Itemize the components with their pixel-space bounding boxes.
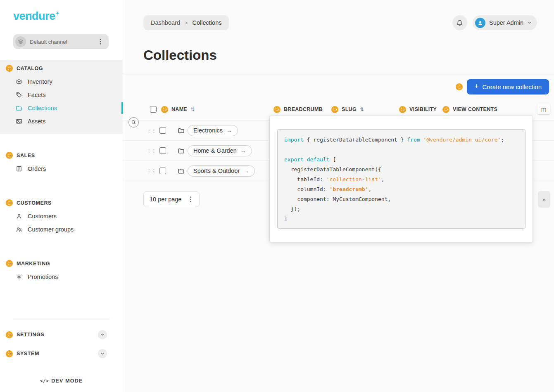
dev-mode-label: DEV MODE bbox=[51, 378, 83, 384]
section-label: CATALOG bbox=[17, 66, 43, 71]
sidebar-item-customer-groups[interactable]: Customer groups bbox=[0, 223, 123, 236]
table-header-breadcrumb: BREADCRUMB bbox=[273, 106, 331, 113]
dev-extension-badge-icon[interactable] bbox=[442, 106, 449, 113]
breadcrumb-collections[interactable]: Collections bbox=[193, 19, 222, 26]
topbar: Dashboard > Collections Super Admin bbox=[123, 0, 554, 30]
drag-handle-icon[interactable]: ⋮⋮ bbox=[146, 168, 156, 174]
nav-item-label: Orders bbox=[28, 165, 46, 172]
drag-handle-icon[interactable]: ⋮⋮ bbox=[146, 148, 156, 154]
row-checkbox[interactable] bbox=[159, 127, 166, 134]
notifications-button[interactable] bbox=[452, 15, 467, 30]
sidebar-item-customers[interactable]: Customers bbox=[0, 210, 123, 223]
sidebar-item-settings[interactable]: SETTINGS bbox=[0, 325, 123, 344]
channel-label: Default channel bbox=[30, 39, 92, 45]
nav-section-marketing: MARKETING Promotions bbox=[0, 255, 123, 289]
collection-name-pill[interactable]: Electronics → bbox=[188, 125, 238, 136]
folder-icon bbox=[178, 168, 185, 175]
table-header-view-contents: VIEW CONTENTS bbox=[442, 106, 530, 113]
collection-name-pill[interactable]: Home & Garden → bbox=[188, 145, 252, 156]
dev-extension-badge-icon[interactable] bbox=[6, 331, 13, 338]
breadcrumb-dashboard[interactable]: Dashboard bbox=[151, 19, 180, 26]
channel-selector[interactable]: Default channel ⋮ bbox=[13, 34, 109, 49]
sidebar-item-orders[interactable]: Orders bbox=[0, 162, 123, 175]
sidebar-divider bbox=[13, 319, 109, 319]
chevron-down-icon[interactable] bbox=[98, 330, 107, 339]
sidebar: vendure✦ Default channel ⋮ CATALOG Inven… bbox=[0, 0, 123, 392]
section-label: SALES bbox=[17, 153, 35, 158]
user-avatar-icon bbox=[475, 18, 485, 28]
dev-extension-badge-icon[interactable] bbox=[6, 152, 13, 159]
nav-item-label: Assets bbox=[28, 118, 46, 125]
orders-icon bbox=[16, 165, 22, 172]
sidebar-item-promotions[interactable]: Promotions bbox=[0, 270, 123, 283]
folder-icon bbox=[178, 147, 185, 154]
folder-icon bbox=[178, 127, 185, 134]
facets-icon bbox=[16, 92, 22, 98]
promotions-icon bbox=[16, 274, 22, 280]
dev-mode-code-popover: import { registerDataTableComponent } fr… bbox=[269, 116, 533, 242]
sidebar-item-system[interactable]: SYSTEM bbox=[0, 344, 123, 363]
sort-icon[interactable]: ⇅ bbox=[360, 106, 364, 112]
chevron-down-icon bbox=[527, 20, 532, 25]
create-button-label: Create new collection bbox=[483, 83, 542, 90]
table-header-visibility: VISIBILITY bbox=[399, 106, 442, 113]
dev-extension-badge-icon[interactable] bbox=[331, 106, 338, 113]
dev-extension-badge-icon[interactable] bbox=[456, 83, 463, 90]
user-name: Super Admin bbox=[489, 19, 523, 26]
page-title: Collections bbox=[143, 47, 534, 63]
sidebar-item-inventory[interactable]: Inventory bbox=[0, 75, 123, 88]
section-header-sales: SALES bbox=[0, 150, 123, 162]
sidebar-nav: CATALOG Inventory Facets Collections bbox=[0, 60, 123, 363]
column-label: NAME bbox=[171, 106, 187, 112]
table-header-row: NAME ⇅ BREADCRUMB SLUG ⇅ VISIBILITY VIEW… bbox=[123, 104, 554, 115]
nav-item-label: Inventory bbox=[28, 78, 52, 85]
user-menu[interactable]: Super Admin bbox=[473, 15, 537, 30]
section-header-marketing: MARKETING bbox=[0, 258, 123, 270]
vendure-logo: vendure✦ bbox=[0, 0, 123, 23]
nav-item-label: Customer groups bbox=[28, 226, 74, 233]
customers-icon bbox=[16, 213, 22, 220]
create-new-collection-button[interactable]: + Create new collection bbox=[467, 79, 549, 94]
sort-icon[interactable]: ⇅ bbox=[190, 106, 195, 112]
channel-kebab-icon[interactable]: ⋮ bbox=[95, 38, 105, 45]
items-per-page-select[interactable]: 10 per page ⋮ bbox=[143, 191, 200, 207]
collection-name: Electronics bbox=[193, 127, 223, 134]
drag-handle-icon[interactable]: ⋮⋮ bbox=[146, 128, 156, 134]
sidebar-item-facets[interactable]: Facets bbox=[0, 88, 123, 102]
row-checkbox[interactable] bbox=[159, 168, 166, 174]
table-header-name: NAME ⇅ bbox=[150, 106, 273, 113]
column-label: BREADCRUMB bbox=[284, 106, 323, 112]
row-checkbox[interactable] bbox=[159, 147, 166, 154]
collection-name-pill[interactable]: Sports & Outdoor → bbox=[188, 165, 255, 177]
arrow-right-icon: → bbox=[240, 147, 246, 154]
arrow-right-icon: → bbox=[226, 127, 232, 134]
sidebar-item-assets[interactable]: Assets bbox=[0, 115, 123, 128]
dev-extension-badge-icon[interactable] bbox=[399, 106, 406, 113]
dev-extension-badge-icon[interactable] bbox=[6, 350, 13, 357]
dev-extension-badge-icon[interactable] bbox=[6, 199, 13, 206]
layers-icon bbox=[15, 36, 26, 47]
column-label: VIEW CONTENTS bbox=[453, 106, 497, 112]
section-header-customers: CUSTOMERS bbox=[0, 198, 123, 210]
next-page-button[interactable]: » bbox=[538, 191, 550, 208]
dev-extension-badge-icon[interactable] bbox=[161, 106, 168, 113]
create-row: + Create new collection bbox=[123, 75, 554, 94]
dev-mode-toggle[interactable]: </>DEV MODE bbox=[0, 378, 123, 384]
section-label: SETTINGS bbox=[17, 332, 94, 338]
dev-extension-badge-icon[interactable] bbox=[273, 106, 281, 113]
customer-groups-icon bbox=[16, 226, 22, 233]
per-page-label: 10 per page bbox=[150, 196, 181, 203]
arrow-right-icon: → bbox=[243, 168, 249, 174]
dev-extension-badge-icon[interactable] bbox=[6, 260, 13, 267]
code-icon: </> bbox=[40, 378, 49, 384]
per-page-kebab-icon[interactable]: ⋮ bbox=[185, 196, 195, 203]
chevron-down-icon[interactable] bbox=[98, 349, 107, 358]
nav-item-label: Collections bbox=[28, 105, 57, 111]
column-picker-button[interactable]: ◫ bbox=[537, 104, 550, 114]
collection-name: Home & Garden bbox=[193, 147, 237, 154]
select-all-checkbox[interactable] bbox=[150, 106, 157, 113]
dev-extension-badge-icon[interactable] bbox=[6, 65, 13, 72]
nav-section-catalog: CATALOG Inventory Facets Collections bbox=[0, 60, 123, 134]
search-button[interactable] bbox=[128, 117, 139, 128]
sidebar-item-collections[interactable]: Collections bbox=[0, 102, 123, 115]
